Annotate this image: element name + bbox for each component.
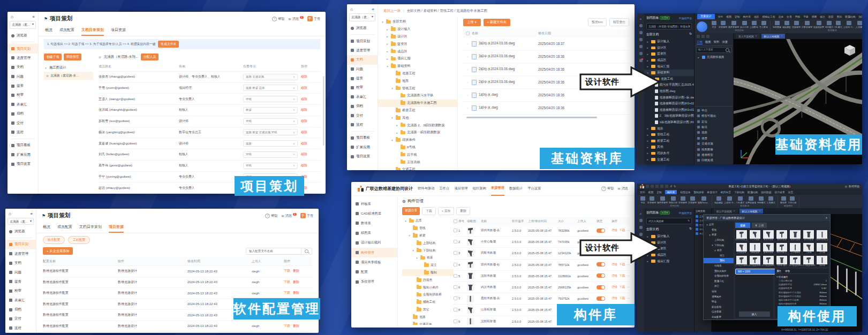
ribbon-button[interactable]: 本地管理 [678,196,687,204]
config-search-input[interactable] [246,248,301,254]
sidebar-item[interactable]: 流程 [7,128,38,137]
ribbon-tab[interactable]: 精细化工程 [763,15,775,18]
sidebar-item[interactable]: 项目策划 [7,44,38,53]
collapse-icon[interactable]: « [640,212,641,215]
folder-tree-node[interactable]: ▾ 其他 [378,114,457,121]
ribbon-tab[interactable]: 路面 [828,15,834,18]
back-link[interactable]: 返回上一级 [383,9,401,13]
panel-tab[interactable]: 视图 [705,40,711,44]
ribbon-tab[interactable]: 图纸 [837,15,842,18]
sidebar-item[interactable]: 问题 [5,268,36,277]
folder-tree-node[interactable]: ▸ 提资区 [378,40,457,48]
toolbar-button[interactable] [665,185,668,188]
ribbon-button[interactable]: 人员模式 [767,196,775,204]
sidebar-item[interactable]: 校审 [7,90,38,100]
download-link[interactable]: 下载 [284,280,290,285]
add-button[interactable]: + 添加 [438,207,455,215]
panel-tab[interactable]: 工程 [697,40,703,44]
component-card[interactable]: 武汉市政墩 [803,230,815,241]
row-checkbox[interactable] [454,263,457,267]
dialog-tree-node[interactable]: ▾ 桥梁 [704,232,734,238]
delete-link[interactable]: 删除 [293,269,299,273]
remove-link[interactable]: 移除 [301,131,307,134]
view-cube-gizmo[interactable] [843,43,857,57]
more-icon[interactable]: ⋯ [627,285,630,290]
sidebar-item[interactable]: 表单汇 [7,100,38,109]
dialog-tree-node[interactable]: 全预制拼装桥 [704,273,734,279]
sidebar-item[interactable]: 表单汇 [347,93,378,102]
doc-tree-node[interactable]: ▸ 桥梁工程 [644,138,694,144]
folder-tree-node[interactable]: ▸ 北清路一标段勘测数据 [378,129,457,136]
tab[interactable]: 成员配置 [59,26,74,36]
category-item[interactable]: 平台 [695,108,733,113]
help-link[interactable]: ?帮助 [272,17,284,21]
platform-link[interactable]: ◎协同平台 [679,211,692,215]
resource-sidebar-item[interactable]: 项目共享模板 [351,257,397,267]
more-icon[interactable]: ⋯ [627,296,630,301]
sub-tab[interactable]: 软件配置 [43,236,65,244]
props-tab[interactable]: 参数 [785,270,790,272]
major-select[interactable]: 道路 桥梁 交通设施 管线∨ [243,129,298,135]
ribbon-button[interactable]: 倾斜摄影 [714,196,723,204]
sidebar-item[interactable]: 校审 [347,83,378,92]
panel-tab[interactable]: 设置 [722,40,728,44]
ribbon-button[interactable]: 大数据管理 [802,21,812,28]
sidebar-item[interactable]: 提资 [7,81,38,90]
resource-sidebar-item[interactable]: 数维库 [351,218,397,228]
ribbon-tab[interactable]: 定制 [656,191,662,194]
folder-tree-node[interactable]: ▸ 项目汇报 [378,55,457,63]
sidebar-item-browser[interactable]: 浏览器 [347,24,378,33]
ribbon-tab[interactable]: 模型总体 [680,191,690,194]
doc-tree-node[interactable]: ▸ 成品区 [644,57,694,64]
view-tab[interactable]: 导入平面视图× [736,34,760,39]
nav-item[interactable]: 资源管理 [491,182,504,196]
dialog-tree-node[interactable]: 综合管廊 [704,309,734,315]
tab[interactable]: 项目资源 [109,223,124,233]
tab[interactable]: 文档目录策划 [79,223,102,233]
checkbox[interactable] [696,228,698,231]
detail-link[interactable]: 详情 [612,274,617,278]
component-card[interactable]: 贵阳市政墩 [775,230,788,241]
dialog-tree-node[interactable]: 挡墙类 [704,263,734,269]
sidebar-item[interactable]: 交付 [7,118,38,127]
ribbon-button[interactable]: 设置坐标系 [745,196,756,204]
project-selector[interactable]: 北清路（友...▾ [349,13,375,21]
tab[interactable]: 概况 [45,26,52,36]
sidebar-item[interactable]: 项目设置 [347,152,378,161]
checkbox[interactable] [696,232,698,235]
folder-tree-node[interactable]: 交通工程 [378,166,457,170]
category-item[interactable]: 通用模型 [695,152,733,157]
ribbon-tab[interactable]: 视图 [726,15,731,18]
download-link[interactable]: 下载 [284,324,290,329]
platform-link[interactable]: ◎协同平台 [679,17,692,20]
file-row[interactable]: - 3标给水2024.03.06.dwg 2025/04/20 18:37 [463,37,629,50]
dialog-tree-node[interactable]: ▾ 桩基 [704,248,734,253]
sidebar-item[interactable]: 进度管理 [347,46,378,55]
component-card[interactable]: 独柱墩 [816,255,828,267]
dialog-tree-node[interactable]: 涵洞 [704,289,734,294]
component-tree-node[interactable]: 预制小构件 [402,284,454,291]
ribbon-button[interactable]: 在线管理 [792,21,801,28]
component-card[interactable]: 空心墩 [816,242,828,254]
panel-tab[interactable]: 资料 [714,40,720,44]
component-tree-node[interactable]: 预制 [402,269,454,277]
user-menu[interactable]: 于于雪 [307,16,320,21]
view-tab[interactable]: 默认平面视图× [714,209,738,214]
sidebar-item[interactable]: 流程 [347,120,378,130]
ribbon-tab[interactable]: 下部结构 [734,191,744,194]
file-row[interactable]: - 1标中水.dwg 2025/04/20 18:36 [463,102,629,115]
remove-link[interactable]: 移除 [301,86,307,89]
dialog-tree-node[interactable]: 上部结构 [704,238,734,243]
ribbon-tab[interactable]: 定制 [735,15,740,18]
category-item[interactable]: 交通设施 [695,141,733,147]
pin-icon[interactable] [639,24,643,27]
dialog-tree-node[interactable]: 隧道 [704,299,734,304]
detail-link[interactable]: 详情 [612,285,617,290]
dialog-tree-node[interactable]: 通用构件 [704,294,734,299]
ribbon-tab[interactable]: 文件 [718,15,723,18]
sidebar-item-browser[interactable]: 浏览器 [5,227,36,236]
folder-tree-node[interactable]: 8号线 [378,144,457,151]
nav-item[interactable]: 组织架构 [473,182,486,195]
sidebar-item[interactable]: 交付 [347,111,378,120]
sidebar-item[interactable]: 扩展应用 [347,143,378,152]
